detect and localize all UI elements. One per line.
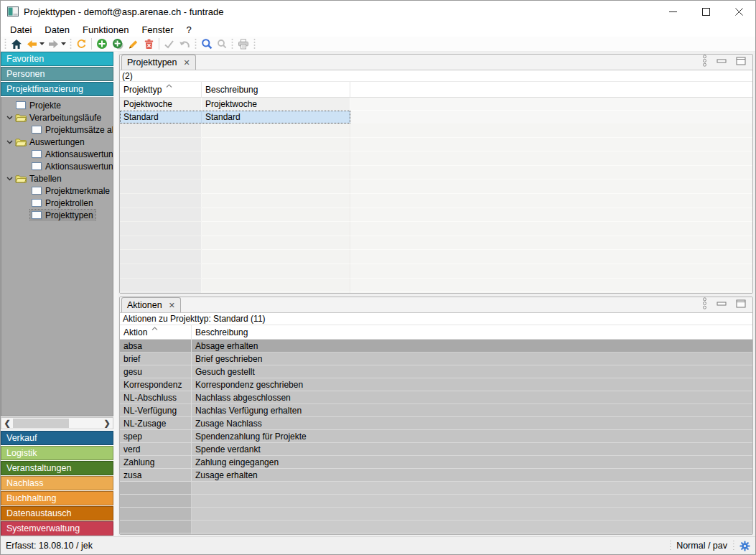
- sidebar-section-logistik[interactable]: Logistik: [1, 446, 113, 460]
- tree-item-tabellen[interactable]: Tabellen: [1, 172, 113, 185]
- tree-item-projektrollen[interactable]: Projektrollen: [1, 197, 113, 209]
- sidebar-section-datenaustausch[interactable]: Datenaustausch: [1, 506, 113, 521]
- record-count: (2): [120, 70, 752, 82]
- sidebar-section-projektfinanzierung[interactable]: Projektfinanzierung: [1, 82, 113, 96]
- sidebar-section-nachlass[interactable]: Nachlass: [1, 476, 113, 490]
- column-header-projekttyp[interactable]: Projekttyp: [120, 82, 202, 97]
- tree-item-projekttypen[interactable]: Projekttypen: [1, 209, 113, 221]
- add-copy-icon[interactable]: [110, 37, 126, 51]
- confirm-check-icon[interactable]: [162, 37, 177, 51]
- table-row[interactable]: NL-AbschlussNachlass abgeschlossen: [120, 391, 752, 404]
- scrollbar-track[interactable]: [13, 418, 101, 429]
- chevron-down-icon[interactable]: [6, 177, 13, 181]
- scroll-left-icon[interactable]: ❮: [1, 419, 13, 428]
- tree-item-verarbeitungsläufe[interactable]: Verarbeitungsläufe: [1, 111, 113, 123]
- sort-ascending-icon: [151, 327, 158, 330]
- tree-item-aktionsauswertung[interactable]: Aktionsauswertung: [1, 160, 113, 172]
- menu-item-daten[interactable]: Daten: [38, 23, 76, 37]
- toolbar-grip: [251, 38, 258, 50]
- titlebar: Projekttypen - demoft@asp.arenae.ch - fu…: [1, 1, 755, 22]
- refresh-icon[interactable]: [74, 37, 89, 51]
- toolbar-separator: [89, 38, 94, 50]
- dropdown-caret-icon[interactable]: [39, 37, 46, 51]
- table-row[interactable]: NL-VerfügungNachlas Verfügung erhalten: [120, 404, 752, 417]
- tree-item-aktionsauswertung[interactable]: Aktionsauswertung: [1, 148, 113, 160]
- tab-aktionen[interactable]: Aktionen ✕: [121, 297, 181, 312]
- home-icon[interactable]: [9, 37, 24, 51]
- panel-maximize-icon[interactable]: [736, 57, 746, 65]
- chevron-down-icon[interactable]: [6, 116, 13, 120]
- table-row[interactable]: PojektwocheProjektwoche: [120, 98, 752, 111]
- close-icon[interactable]: [722, 1, 755, 22]
- menu-item-fenster[interactable]: Fenster: [135, 23, 179, 37]
- tab-close-icon[interactable]: ✕: [169, 302, 175, 309]
- tree-item-auswertungen[interactable]: Auswertungen: [1, 136, 113, 148]
- tab-projekttypen[interactable]: Projekttypen ✕: [121, 55, 196, 70]
- scroll-right-icon[interactable]: ❯: [101, 419, 113, 428]
- delete-trash-icon[interactable]: [141, 37, 157, 51]
- settings-gear-icon[interactable]: [739, 541, 750, 551]
- table-row[interactable]: zusaZusage erhalten: [120, 469, 752, 482]
- panel-maximize-icon[interactable]: [736, 299, 746, 308]
- sidebar-section-veranstaltungen[interactable]: Veranstaltungen: [1, 461, 113, 475]
- table-row[interactable]: KorrespondenzKorrespondenz geschrieben: [120, 378, 752, 391]
- print-icon[interactable]: [235, 37, 251, 51]
- sidebar-bottom-sections: VerkaufLogistikVeranstaltungenNachlassBu…: [1, 431, 113, 536]
- cell-aktion: NL-Verfügung: [120, 404, 192, 416]
- toolbar-grip: [192, 38, 199, 50]
- tree-item-projekte[interactable]: Projekte: [1, 99, 113, 111]
- toolbar-grip: [67, 38, 74, 50]
- tree-item-label: Aktionsauswertung: [43, 161, 113, 172]
- folder-icon: [15, 138, 27, 146]
- table-row[interactable]: NL-ZusageZusage Nachlass: [120, 417, 752, 430]
- search-secondary-icon[interactable]: [215, 37, 229, 51]
- sidebar-horizontal-scrollbar[interactable]: ❮﻿ ❯: [1, 417, 113, 429]
- menu-item-[interactable]: ?: [179, 23, 197, 37]
- column-header-beschreibung[interactable]: Beschreibung: [202, 82, 350, 97]
- tab-aktionen-label: Aktionen: [127, 300, 162, 310]
- tree-item-label: Aktionsauswertung: [43, 149, 113, 160]
- sidebar-section-verkauf[interactable]: Verkauf: [1, 431, 113, 445]
- table-row[interactable]: ZahlungZahlung eingegangen: [120, 456, 752, 469]
- table-row[interactable]: verdSpende verdankt: [120, 443, 752, 456]
- table-row[interactable]: briefBrief geschrieben: [120, 353, 752, 365]
- scrollbar-thumb[interactable]: [13, 419, 69, 428]
- column-header-beschreibung[interactable]: Beschreibung: [192, 325, 752, 339]
- cell-aktion: absa: [120, 340, 192, 352]
- cell-beschreibung: Korrespondenz geschrieben: [192, 378, 752, 391]
- sidebar-section-favoriten[interactable]: Favoriten: [1, 52, 113, 66]
- window-icon: [32, 187, 42, 195]
- column-header-aktion[interactable]: Aktion: [120, 325, 192, 339]
- tab-close-icon[interactable]: ✕: [183, 59, 190, 67]
- panel-menu-icon[interactable]: [702, 297, 707, 309]
- sidebar-section-systemverwaltung[interactable]: Systemverwaltung: [1, 521, 113, 536]
- panel-minimize-icon[interactable]: [717, 300, 727, 307]
- panel-menu-icon[interactable]: [702, 55, 707, 67]
- panel-minimize-icon[interactable]: [717, 57, 727, 65]
- maximize-icon[interactable]: [689, 1, 722, 22]
- empty-row: [120, 166, 752, 180]
- edit-pencil-icon[interactable]: [126, 37, 141, 51]
- back-icon[interactable]: [24, 37, 39, 51]
- cell-beschreibung: Brief geschrieben: [192, 353, 752, 365]
- table-row[interactable]: gesuGesuch gestellt: [120, 365, 752, 378]
- dropdown-caret-icon[interactable]: [61, 37, 67, 51]
- table-row[interactable]: absaAbsage erhalten: [120, 340, 752, 353]
- chevron-down-icon[interactable]: [6, 140, 13, 144]
- main-area: Projekttypen ✕: [118, 52, 755, 536]
- minimize-icon[interactable]: [656, 1, 689, 22]
- cell-projekttyp: Pojektwoche: [120, 98, 202, 110]
- undo-icon[interactable]: [177, 37, 192, 51]
- tree-item-projektmerkmale[interactable]: Projektmerkmale: [1, 185, 113, 197]
- sidebar-section-buchhaltung[interactable]: Buchhaltung: [1, 491, 113, 505]
- add-icon[interactable]: [94, 37, 110, 51]
- menu-item-funktionen[interactable]: Funktionen: [76, 23, 135, 37]
- divider: [732, 541, 734, 551]
- search-icon[interactable]: [199, 37, 215, 51]
- table-row[interactable]: spepSpendenzahlung für Projekte: [120, 430, 752, 443]
- table-row[interactable]: StandardStandard: [120, 111, 752, 123]
- forward-icon[interactable]: [46, 37, 61, 51]
- menu-item-datei[interactable]: Datei: [4, 23, 38, 37]
- sidebar-section-personen[interactable]: Personen: [1, 67, 113, 81]
- tree-item-projektumsätze-aktual[interactable]: Projektumsätze aktual: [1, 123, 113, 136]
